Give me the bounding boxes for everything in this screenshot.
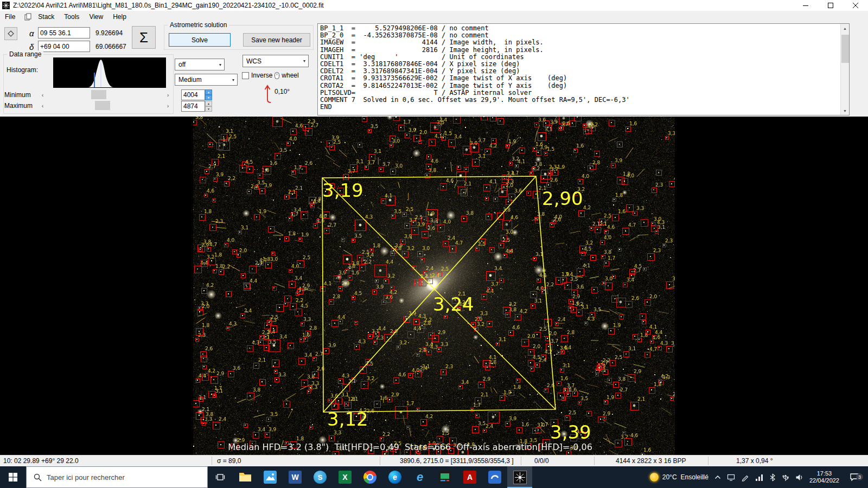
windows-logo-icon [9, 473, 17, 481]
alpha-symbol: α [29, 29, 34, 38]
menu-view[interactable]: View [84, 13, 108, 21]
data-range-label: Data range [7, 50, 43, 58]
search-icon [34, 473, 42, 481]
monitor-icon[interactable] [727, 473, 735, 481]
taskbar-app-edge[interactable]: e [382, 466, 407, 488]
astap-app-icon [2, 2, 10, 9]
fits-header-panel[interactable]: BP_1_1 = 5.5279498206E-08 / no comment B… [317, 23, 850, 115]
stretch-dropdown-value: Medium [178, 76, 202, 84]
minimum-scroll-thumb[interactable] [91, 90, 106, 99]
fits-header-text: BP_1_1 = 5.5279498206E-08 / no comment B… [318, 24, 840, 115]
scroll-left-icon[interactable]: ‹ [38, 101, 47, 110]
scroll-right-icon[interactable]: › [163, 90, 173, 99]
maximum-scroll-thumb[interactable] [95, 101, 110, 110]
sigma-stack-button[interactable]: Σ [132, 26, 156, 49]
chrome-icon [363, 471, 376, 484]
action-center-button[interactable]: 3 [845, 473, 864, 481]
task-view-icon [215, 472, 226, 483]
usb-icon[interactable] [782, 473, 789, 481]
weather-widget[interactable]: 20°C Ensoleillé [650, 473, 709, 481]
fits-scrollbar[interactable]: ▲ ▼ [840, 24, 849, 115]
taskbar-clock[interactable]: 17:53 22/04/2022 [809, 470, 839, 484]
spin-down-icon[interactable]: ▼ [205, 95, 212, 100]
maximum-spinner[interactable]: ▲▼ [181, 101, 212, 112]
photos-icon [264, 471, 277, 484]
status-counters: 0/0/0 [534, 457, 549, 465]
acrobat-icon: A [463, 471, 476, 484]
taskbar-app-imaging[interactable] [432, 466, 457, 488]
taskbar-app-astap[interactable] [507, 466, 532, 488]
close-button[interactable] [843, 0, 868, 11]
inverse-wheel-checkbox[interactable]: Inverse wheel [242, 72, 299, 79]
taskbar-app-skype[interactable]: S [308, 466, 333, 488]
minimum-scrollbar[interactable]: ‹ › [38, 90, 173, 99]
stack-pages-icon[interactable] [24, 13, 32, 21]
stretch-dropdown[interactable]: Medium▾ [175, 74, 238, 86]
minimum-spinner[interactable]: ▲▼ [181, 89, 212, 100]
scroll-right-icon[interactable]: › [163, 101, 173, 110]
status-mouse-coords: 10: 02 29.89 +69° 29 22.0 [3, 457, 79, 465]
excel-icon: X [339, 471, 352, 484]
astro-image-canvas[interactable] [193, 117, 675, 455]
chevron-down-icon: ▾ [232, 78, 234, 82]
goto-position-button[interactable] [4, 27, 17, 40]
taskbar-app-word[interactable]: W [283, 466, 308, 488]
sun-icon [650, 473, 659, 481]
internet-explorer-icon: e [417, 471, 423, 483]
annotation-dropdown-value: off [178, 61, 186, 68]
skype-icon: S [314, 471, 327, 484]
astrometric-group-label: Astrometric solution [168, 21, 229, 29]
clock-date: 22/04/2022 [809, 477, 839, 484]
maximum-value-input[interactable] [181, 101, 205, 112]
chevron-down-icon: ▾ [219, 62, 221, 67]
rotation-arrow-icon [263, 84, 272, 105]
maximum-label: Maximum [4, 102, 33, 110]
bluetooth-icon[interactable] [769, 473, 776, 481]
scroll-up-icon[interactable]: ▲ [841, 24, 849, 33]
ra-input[interactable] [38, 27, 90, 38]
annotation-dropdown[interactable]: off▾ [175, 59, 225, 70]
start-button[interactable] [0, 466, 26, 488]
window-title: Z:\2022\04 Avril\21 Avril\M81\Light_M81_… [13, 2, 324, 9]
task-view-button[interactable] [208, 466, 233, 488]
checkbox-box[interactable] [242, 72, 249, 79]
diamond-icon [8, 30, 14, 37]
spin-down-icon[interactable]: ▼ [205, 106, 212, 112]
minimize-button[interactable] [793, 0, 818, 11]
spin-up-icon[interactable]: ▲ [205, 101, 212, 106]
fits-scroll-thumb[interactable] [841, 35, 849, 63]
taskbar-app-acrobat[interactable]: A [457, 466, 482, 488]
menu-help[interactable]: Help [108, 13, 131, 21]
spin-up-icon[interactable]: ▲ [205, 89, 212, 95]
taskbar-app-blue-swirl[interactable] [482, 466, 507, 488]
menu-tools[interactable]: Tools [59, 13, 84, 21]
minimum-value-input[interactable] [181, 89, 205, 100]
taskbar-app-photos[interactable] [258, 466, 283, 488]
taskbar-app-internet-explorer[interactable]: e [407, 466, 432, 488]
maximum-scrollbar[interactable]: ‹ › [38, 101, 173, 110]
histogram-label: Histogram: [7, 66, 38, 74]
taskbar-app-excel[interactable]: X [333, 466, 358, 488]
wcs-dropdown[interactable]: WCS▾ [242, 55, 309, 67]
taskbar-app-file-explorer[interactable] [233, 466, 258, 488]
word-icon: W [289, 471, 302, 484]
dec-input[interactable] [38, 41, 90, 52]
menu-stack[interactable]: Stack [33, 13, 59, 21]
hidden-icons-chevron[interactable] [714, 475, 721, 479]
status-pixel-value: 3890.6, 2715.0 = [3311,9/3558/3554,3 ] [400, 457, 514, 465]
pen-icon[interactable] [741, 473, 749, 481]
menu-file[interactable]: File [0, 13, 20, 21]
histogram-plot[interactable] [53, 57, 166, 88]
scroll-left-icon[interactable]: ‹ [38, 90, 47, 99]
scroll-down-icon[interactable]: ▼ [841, 106, 849, 115]
maximize-button[interactable] [818, 0, 843, 11]
edge-icon: e [388, 471, 401, 484]
volume-icon[interactable] [795, 473, 803, 481]
wcs-dropdown-value: WCS [246, 57, 261, 65]
solve-button[interactable]: Solve [169, 33, 231, 47]
save-new-header-button[interactable]: Save new header [243, 33, 310, 47]
status-image-size: 4144 x 2822 x 3 16 BPP [616, 457, 686, 465]
taskbar-app-chrome[interactable] [358, 466, 382, 488]
network-icon[interactable] [755, 473, 763, 481]
taskbar-search[interactable]: Taper ici pour rechercher [26, 466, 208, 488]
